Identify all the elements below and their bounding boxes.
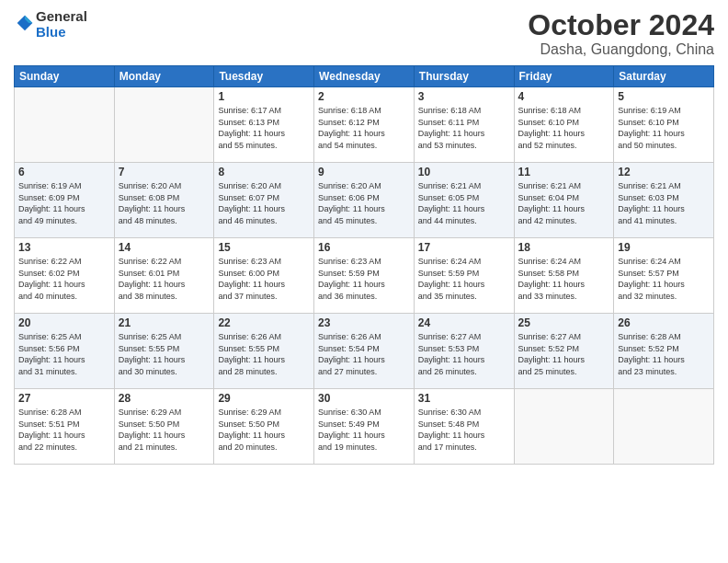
day-number: 26 xyxy=(618,316,710,329)
day-info: Sunrise: 6:24 AM Sunset: 5:57 PM Dayligh… xyxy=(618,256,710,302)
logo-icon xyxy=(16,14,34,32)
day-number: 27 xyxy=(18,392,110,405)
day-number: 17 xyxy=(418,241,510,254)
calendar-day-cell xyxy=(514,389,614,465)
day-info: Sunrise: 6:19 AM Sunset: 6:10 PM Dayligh… xyxy=(618,105,710,151)
day-info: Sunrise: 6:27 AM Sunset: 5:53 PM Dayligh… xyxy=(418,331,510,377)
header: General Blue October 2024 Dasha, Guangdo… xyxy=(14,9,714,58)
day-info: Sunrise: 6:23 AM Sunset: 5:59 PM Dayligh… xyxy=(318,256,410,302)
calendar-day-cell: 26Sunrise: 6:28 AM Sunset: 5:52 PM Dayli… xyxy=(614,314,714,389)
weekday-header: Tuesday xyxy=(214,66,314,87)
day-number: 4 xyxy=(518,90,610,103)
calendar-day-cell: 4Sunrise: 6:18 AM Sunset: 6:10 PM Daylig… xyxy=(514,87,614,163)
day-number: 16 xyxy=(318,241,410,254)
calendar-day-cell: 8Sunrise: 6:20 AM Sunset: 6:07 PM Daylig… xyxy=(214,163,314,238)
day-number: 23 xyxy=(318,316,410,329)
calendar-day-cell: 15Sunrise: 6:23 AM Sunset: 6:00 PM Dayli… xyxy=(214,238,314,314)
day-info: Sunrise: 6:22 AM Sunset: 6:02 PM Dayligh… xyxy=(18,256,110,302)
calendar-day-cell: 14Sunrise: 6:22 AM Sunset: 6:01 PM Dayli… xyxy=(114,238,214,314)
calendar-day-cell xyxy=(114,87,214,163)
day-number: 29 xyxy=(218,392,310,405)
calendar-week-row: 1Sunrise: 6:17 AM Sunset: 6:13 PM Daylig… xyxy=(15,87,714,163)
weekday-header: Thursday xyxy=(414,66,514,87)
day-info: Sunrise: 6:18 AM Sunset: 6:10 PM Dayligh… xyxy=(518,105,610,151)
weekday-header: Friday xyxy=(514,66,614,87)
day-number: 28 xyxy=(119,392,210,405)
weekday-header: Wednesday xyxy=(314,66,415,87)
day-info: Sunrise: 6:20 AM Sunset: 6:08 PM Dayligh… xyxy=(119,180,210,226)
day-number: 21 xyxy=(119,316,210,329)
calendar-day-cell: 30Sunrise: 6:30 AM Sunset: 5:49 PM Dayli… xyxy=(314,389,415,465)
day-number: 2 xyxy=(318,90,410,103)
day-number: 1 xyxy=(218,90,310,103)
day-number: 10 xyxy=(418,166,510,178)
day-info: Sunrise: 6:29 AM Sunset: 5:50 PM Dayligh… xyxy=(119,407,210,453)
day-number: 5 xyxy=(618,90,710,103)
day-number: 6 xyxy=(18,166,110,178)
calendar-week-row: 20Sunrise: 6:25 AM Sunset: 5:56 PM Dayli… xyxy=(15,314,714,389)
day-number: 15 xyxy=(218,241,310,254)
day-number: 20 xyxy=(18,316,110,329)
day-info: Sunrise: 6:18 AM Sunset: 6:11 PM Dayligh… xyxy=(418,105,510,151)
day-number: 31 xyxy=(418,392,510,405)
calendar-day-cell: 6Sunrise: 6:19 AM Sunset: 6:09 PM Daylig… xyxy=(15,163,115,238)
calendar-table: SundayMondayTuesdayWednesdayThursdayFrid… xyxy=(14,65,714,465)
day-info: Sunrise: 6:29 AM Sunset: 5:50 PM Dayligh… xyxy=(218,407,310,453)
day-info: Sunrise: 6:21 AM Sunset: 6:05 PM Dayligh… xyxy=(418,180,510,226)
month-title: October 2024 xyxy=(528,9,714,41)
day-number: 22 xyxy=(218,316,310,329)
calendar-day-cell: 28Sunrise: 6:29 AM Sunset: 5:50 PM Dayli… xyxy=(114,389,214,465)
day-number: 14 xyxy=(119,241,210,254)
day-info: Sunrise: 6:20 AM Sunset: 6:07 PM Dayligh… xyxy=(218,180,310,226)
calendar-day-cell xyxy=(15,87,115,163)
page-container: General Blue October 2024 Dasha, Guangdo… xyxy=(0,0,728,563)
day-info: Sunrise: 6:21 AM Sunset: 6:03 PM Dayligh… xyxy=(618,180,710,226)
day-info: Sunrise: 6:18 AM Sunset: 6:12 PM Dayligh… xyxy=(318,105,410,151)
calendar-day-cell: 11Sunrise: 6:21 AM Sunset: 6:04 PM Dayli… xyxy=(514,163,614,238)
weekday-header: Monday xyxy=(114,66,214,87)
calendar-day-cell: 27Sunrise: 6:28 AM Sunset: 5:51 PM Dayli… xyxy=(15,389,115,465)
day-info: Sunrise: 6:19 AM Sunset: 6:09 PM Dayligh… xyxy=(18,180,110,226)
day-number: 24 xyxy=(418,316,510,329)
logo: General Blue xyxy=(14,9,87,40)
calendar-day-cell: 5Sunrise: 6:19 AM Sunset: 6:10 PM Daylig… xyxy=(614,87,714,163)
day-info: Sunrise: 6:25 AM Sunset: 5:56 PM Dayligh… xyxy=(18,331,110,377)
calendar-week-row: 13Sunrise: 6:22 AM Sunset: 6:02 PM Dayli… xyxy=(15,238,714,314)
day-number: 7 xyxy=(119,166,210,178)
calendar-day-cell: 21Sunrise: 6:25 AM Sunset: 5:55 PM Dayli… xyxy=(114,314,214,389)
calendar-day-cell: 7Sunrise: 6:20 AM Sunset: 6:08 PM Daylig… xyxy=(114,163,214,238)
calendar-day-cell: 20Sunrise: 6:25 AM Sunset: 5:56 PM Dayli… xyxy=(15,314,115,389)
day-info: Sunrise: 6:21 AM Sunset: 6:04 PM Dayligh… xyxy=(518,180,610,226)
calendar-day-cell xyxy=(614,389,714,465)
title-block: October 2024 Dasha, Guangdong, China xyxy=(528,9,714,58)
calendar-header-row: SundayMondayTuesdayWednesdayThursdayFrid… xyxy=(15,66,714,87)
location: Dasha, Guangdong, China xyxy=(528,41,714,58)
calendar-day-cell: 1Sunrise: 6:17 AM Sunset: 6:13 PM Daylig… xyxy=(214,87,314,163)
day-info: Sunrise: 6:26 AM Sunset: 5:55 PM Dayligh… xyxy=(218,331,310,377)
day-number: 19 xyxy=(618,241,710,254)
calendar-day-cell: 31Sunrise: 6:30 AM Sunset: 5:48 PM Dayli… xyxy=(414,389,514,465)
day-info: Sunrise: 6:27 AM Sunset: 5:52 PM Dayligh… xyxy=(518,331,610,377)
day-number: 9 xyxy=(318,166,410,178)
calendar-day-cell: 13Sunrise: 6:22 AM Sunset: 6:02 PM Dayli… xyxy=(15,238,115,314)
calendar-day-cell: 12Sunrise: 6:21 AM Sunset: 6:03 PM Dayli… xyxy=(614,163,714,238)
day-info: Sunrise: 6:28 AM Sunset: 5:51 PM Dayligh… xyxy=(18,407,110,453)
day-info: Sunrise: 6:24 AM Sunset: 5:59 PM Dayligh… xyxy=(418,256,510,302)
day-info: Sunrise: 6:30 AM Sunset: 5:49 PM Dayligh… xyxy=(318,407,410,453)
day-info: Sunrise: 6:20 AM Sunset: 6:06 PM Dayligh… xyxy=(318,180,410,226)
weekday-header: Sunday xyxy=(15,66,115,87)
day-info: Sunrise: 6:30 AM Sunset: 5:48 PM Dayligh… xyxy=(418,407,510,453)
calendar-day-cell: 25Sunrise: 6:27 AM Sunset: 5:52 PM Dayli… xyxy=(514,314,614,389)
calendar-day-cell: 29Sunrise: 6:29 AM Sunset: 5:50 PM Dayli… xyxy=(214,389,314,465)
day-number: 25 xyxy=(518,316,610,329)
weekday-header: Saturday xyxy=(614,66,714,87)
day-number: 11 xyxy=(518,166,610,178)
calendar-day-cell: 22Sunrise: 6:26 AM Sunset: 5:55 PM Dayli… xyxy=(214,314,314,389)
calendar-day-cell: 23Sunrise: 6:26 AM Sunset: 5:54 PM Dayli… xyxy=(314,314,415,389)
day-number: 3 xyxy=(418,90,510,103)
calendar-day-cell: 10Sunrise: 6:21 AM Sunset: 6:05 PM Dayli… xyxy=(414,163,514,238)
calendar-day-cell: 16Sunrise: 6:23 AM Sunset: 5:59 PM Dayli… xyxy=(314,238,415,314)
calendar-day-cell: 24Sunrise: 6:27 AM Sunset: 5:53 PM Dayli… xyxy=(414,314,514,389)
day-info: Sunrise: 6:25 AM Sunset: 5:55 PM Dayligh… xyxy=(119,331,210,377)
day-info: Sunrise: 6:22 AM Sunset: 6:01 PM Dayligh… xyxy=(119,256,210,302)
